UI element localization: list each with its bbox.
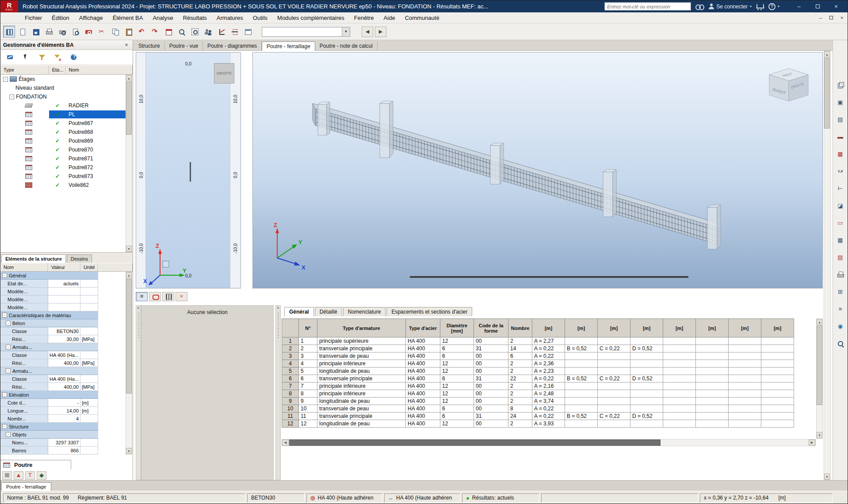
property-row[interactable]: Rési...30,00[MPa] (0, 335, 98, 343)
property-value[interactable]: 3297 3307 (48, 439, 80, 446)
table-cell[interactable] (729, 390, 761, 398)
property-section[interactable]: -Elévation (0, 391, 98, 399)
table-cell[interactable] (696, 375, 729, 383)
sign-in-button[interactable]: Se connecter ▾ (709, 4, 752, 10)
property-row[interactable]: Rési...400,00[MPa] (0, 359, 98, 367)
tree-item-poutre873[interactable]: ✓Poutre873 (0, 172, 126, 181)
table-cell[interactable]: 12 (440, 337, 474, 345)
table-cell[interactable]: longitudinale de peau (317, 398, 406, 405)
rebar-table-button[interactable]: ▦ (835, 235, 846, 246)
table-cell[interactable] (630, 398, 663, 405)
options-list-button[interactable]: ≡ (835, 304, 846, 315)
column-header-type[interactable]: Type (0, 65, 49, 75)
table-row[interactable]: 66transversale principaleHA 40063122A = … (282, 375, 794, 383)
bar-numbers-button[interactable]: 1,3 (835, 166, 846, 177)
table-cell[interactable]: principale inférieure (317, 360, 406, 368)
table-cell[interactable] (565, 405, 598, 413)
material-status[interactable]: BETON30 (247, 493, 305, 503)
section-view-button[interactable] (229, 26, 241, 38)
table-row[interactable]: 22transversale principaleHA 40063114A = … (282, 345, 794, 352)
table-cell[interactable] (729, 413, 761, 420)
property-section[interactable]: -Béton (0, 319, 98, 327)
property-value[interactable]: BETON30 (48, 327, 80, 335)
column-header-valeur[interactable]: Valeur (48, 263, 80, 272)
table-cell[interactable] (630, 352, 663, 360)
table-cell[interactable] (696, 360, 729, 368)
rebar-table[interactable]: N°Type d'armatureType d'acierDiamètre [m… (282, 318, 794, 428)
tree-item-poutre869[interactable]: ✓Poutre869 (0, 136, 126, 145)
table-cell[interactable] (630, 390, 663, 398)
table-cell[interactable]: 31 (474, 413, 508, 420)
table-cell[interactable]: 2 (508, 368, 532, 375)
results-status[interactable]: ● Résultats: actuels (462, 493, 539, 503)
table-cell[interactable]: transversale principale (317, 375, 406, 383)
expand-box-icon[interactable]: - (3, 77, 8, 82)
view-vscrollbar[interactable]: ▲ ▼ (824, 51, 831, 480)
tree-item-poutre868[interactable]: ✓Poutre868 (0, 128, 126, 136)
property-value[interactable] (48, 296, 80, 303)
mdi-restore-button[interactable] (827, 14, 835, 21)
table-cell[interactable]: 00 (474, 337, 508, 345)
menu-resultats[interactable]: Résultats (178, 13, 212, 23)
rebar-column-header[interactable] (282, 319, 299, 337)
table-cell[interactable]: D = 0,52 (630, 375, 663, 383)
tree-item-poutre867[interactable]: ✓Poutre867 (0, 119, 126, 128)
table-cell[interactable] (761, 390, 794, 398)
mdi-minimize-button[interactable]: – (817, 14, 825, 21)
table-cell[interactable]: 12 (299, 420, 317, 428)
table-cell[interactable] (761, 352, 794, 360)
expand-box-icon[interactable]: - (2, 392, 7, 397)
table-cell[interactable]: D = 0,52 (630, 345, 663, 352)
column-header-etat[interactable]: Eta... (49, 65, 66, 75)
table-cell[interactable]: 31 (474, 375, 508, 383)
property-value[interactable]: HA 400 (Ha... (48, 351, 80, 359)
rebar-column-header[interactable]: [m] (565, 319, 598, 337)
table-cell[interactable]: B = 0,52 (565, 375, 598, 383)
table-cell[interactable]: B = 0,52 (565, 345, 598, 352)
table-cell[interactable]: HA 400 (406, 345, 440, 352)
table-cell[interactable]: A = 2,48 (532, 390, 565, 398)
column-header-nom[interactable]: Nom (0, 263, 48, 272)
attach-button[interactable] (5, 52, 15, 63)
property-value[interactable]: actuels (48, 280, 80, 287)
table-cell[interactable]: 00 (474, 383, 508, 390)
table-cell[interactable]: A = 0,22 (532, 405, 565, 413)
expand-box-icon[interactable]: - (2, 424, 7, 429)
report-button[interactable] (162, 26, 174, 38)
tab-general[interactable]: Général (284, 307, 314, 316)
view-cube[interactable]: HAUT AVANT DROITE (769, 68, 808, 101)
tab-poutre-vue[interactable]: Poutre - vue (165, 42, 203, 50)
undo-button[interactable] (136, 26, 148, 38)
table-cell[interactable] (663, 420, 696, 428)
table-cell[interactable] (729, 383, 761, 390)
table-row[interactable]: 55longitudinale de peauHA 40012002A = 2,… (282, 368, 794, 375)
menu-edition[interactable]: Édition (47, 13, 74, 23)
rebar-column-header[interactable]: Code de la forme (474, 319, 508, 337)
property-row[interactable]: Cote d...-[m] (0, 399, 98, 407)
table-cell[interactable] (761, 345, 794, 352)
previous-view-button[interactable]: ◀ (362, 27, 373, 37)
table-cell[interactable] (598, 360, 630, 368)
property-row[interactable]: Noeu...3297 3307 (0, 439, 98, 447)
row-header-cell[interactable]: 2 (282, 345, 299, 352)
drawing-sheet-button[interactable]: ▤ (835, 252, 846, 263)
tab-structure[interactable]: Structure (134, 42, 165, 50)
table-cell[interactable]: HA 400 (406, 413, 440, 420)
property-scrollbar[interactable]: ▲ ▼ (126, 272, 132, 455)
property-row[interactable]: Barres866 (0, 447, 98, 455)
table-cell[interactable]: 00 (474, 368, 508, 375)
table-cell[interactable] (761, 405, 794, 413)
new-document-button[interactable] (16, 26, 28, 38)
screen-capture-button[interactable] (83, 26, 95, 38)
table-cell[interactable] (761, 413, 794, 420)
table-cell[interactable]: 00 (474, 360, 508, 368)
search-input[interactable] (604, 2, 691, 11)
zoom-fit-button[interactable] (835, 338, 846, 349)
screen-view-button[interactable]: ▣ (835, 97, 846, 108)
view-close-table-button[interactable]: × (176, 292, 187, 301)
row-header-cell[interactable]: 11 (282, 413, 299, 420)
table-cell[interactable] (696, 352, 729, 360)
table-cell[interactable] (565, 420, 598, 428)
table-cell[interactable] (729, 375, 761, 383)
tab-poutre-ferraillage[interactable]: Poutre - ferraillage (262, 42, 315, 51)
